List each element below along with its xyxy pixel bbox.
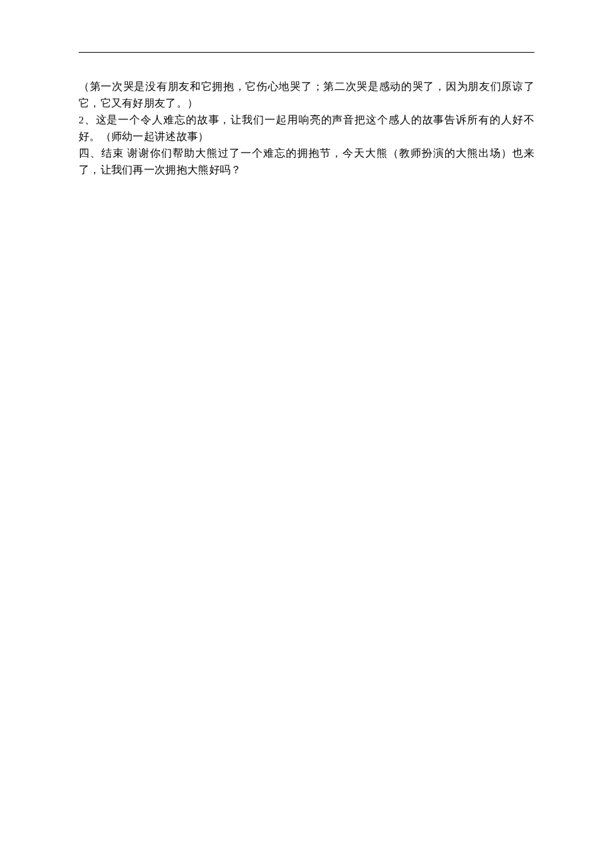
paragraph-2: 2、这是一个令人难忘的故事，让我们一起用响亮的声音把这个感人的故事告诉所有的人好… <box>79 111 534 145</box>
paragraph-3: 四、结束 谢谢你们帮助大熊过了一个难忘的拥抱节，今天大熊（教师扮演的大熊出场）也… <box>79 145 534 178</box>
document-page: （第一次哭是没有朋友和它拥抱，它伤心地哭了；第二次哭是感动的哭了，因为朋友们原谅… <box>0 0 613 178</box>
horizontal-rule <box>79 52 534 53</box>
paragraph-1: （第一次哭是没有朋友和它拥抱，它伤心地哭了；第二次哭是感动的哭了，因为朋友们原谅… <box>79 78 534 111</box>
